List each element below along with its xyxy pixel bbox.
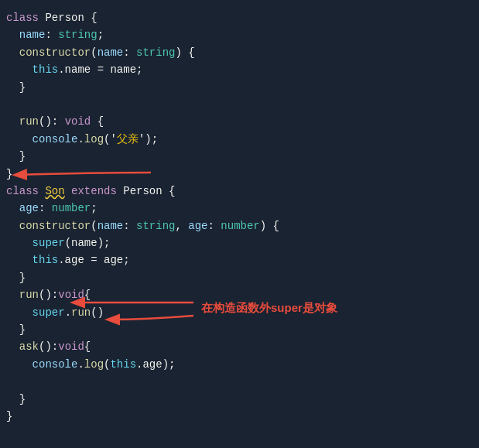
code-editor: class Person { name: string; constructor… [0, 6, 479, 428]
code-line: } [0, 321, 479, 338]
code-line: ask():void{ [0, 338, 479, 355]
code-line: this.name = name; [0, 61, 479, 78]
code-line: constructor(name: string) { [0, 44, 479, 61]
code-line: age: number; [0, 200, 479, 217]
code-line: console.log(this.age); [0, 356, 479, 373]
code-line: this.age = age; [0, 251, 479, 268]
code-line: } [0, 391, 479, 408]
code-line: constructor(name: string, age: number) { [0, 217, 479, 234]
code-line: } [0, 269, 479, 286]
code-line: } [0, 166, 479, 183]
code-line: run(): void { [0, 113, 479, 130]
code-line: } [0, 148, 479, 165]
code-line: name: string; [0, 26, 479, 43]
code-line: super(name); [0, 234, 479, 251]
code-line: } [0, 408, 479, 425]
code-line [0, 96, 479, 113]
code-line [0, 373, 479, 390]
code-line: class Person { [0, 9, 479, 26]
annotation-label: 在构造函数外super是对象 [201, 299, 337, 317]
code-line: } [0, 79, 479, 96]
code-line: class Son extends Person { [0, 183, 479, 200]
code-line: console.log('父亲'); [0, 131, 479, 148]
